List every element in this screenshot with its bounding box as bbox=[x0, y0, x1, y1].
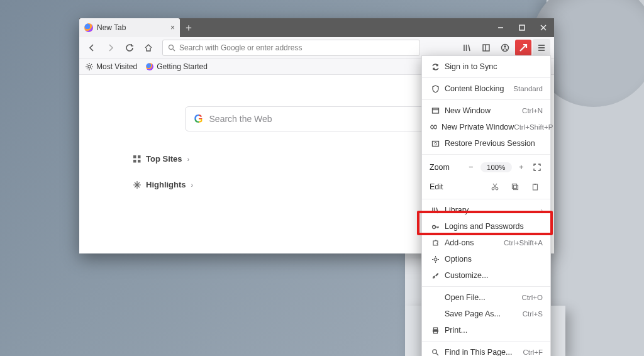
svg-rect-1 bbox=[519, 25, 525, 30]
menu-label: Save Page As... bbox=[445, 309, 523, 318]
window-icon bbox=[430, 107, 441, 115]
menu-restore-session[interactable]: Restore Previous Session bbox=[422, 135, 550, 152]
menu-shortcut: Ctrl+N bbox=[522, 107, 543, 114]
svg-point-56 bbox=[432, 349, 436, 353]
zoom-in-button[interactable]: + bbox=[516, 160, 528, 174]
library-icon bbox=[430, 206, 441, 214]
menu-label: Customize... bbox=[445, 271, 543, 280]
svg-rect-29 bbox=[432, 108, 438, 113]
svg-rect-41 bbox=[535, 184, 536, 185]
tab-newtab[interactable]: New Tab × bbox=[79, 18, 180, 37]
new-tab-button[interactable]: ＋ bbox=[180, 18, 197, 37]
svg-rect-54 bbox=[433, 328, 437, 330]
puzzle-icon bbox=[430, 239, 441, 247]
back-button[interactable] bbox=[83, 39, 101, 57]
menu-label: Find in This Page... bbox=[445, 348, 523, 356]
svg-line-23 bbox=[87, 69, 87, 69]
menu-new-window[interactable]: New Window Ctrl+N bbox=[422, 103, 550, 119]
window-controls bbox=[490, 18, 554, 37]
menu-library[interactable]: Library › bbox=[422, 202, 550, 218]
svg-rect-27 bbox=[133, 160, 136, 163]
cut-button[interactable] bbox=[487, 180, 502, 194]
svg-point-12 bbox=[504, 45, 506, 48]
library-toolbar-button[interactable] bbox=[458, 39, 476, 57]
menu-sign-in-sync[interactable]: Sign in to Sync bbox=[422, 58, 550, 75]
menu-logins[interactable]: Logins and Passwords bbox=[422, 218, 550, 235]
menu-options[interactable]: Options bbox=[422, 251, 550, 267]
gear-icon bbox=[430, 255, 441, 264]
svg-rect-9 bbox=[483, 45, 489, 51]
svg-point-4 bbox=[169, 45, 174, 49]
search-icon bbox=[168, 44, 175, 52]
svg-rect-25 bbox=[133, 155, 136, 159]
bookmark-label: Getting Started bbox=[157, 62, 208, 71]
menu-shortcut: Ctrl+Shift+P bbox=[514, 123, 553, 131]
bookmark-most-visited[interactable]: Most Visited bbox=[86, 62, 137, 71]
zoom-out-button[interactable]: − bbox=[465, 160, 477, 174]
tabstrip: New Tab × ＋ bbox=[79, 18, 554, 37]
menu-content-blocking[interactable]: Content Blocking Standard bbox=[422, 81, 550, 97]
google-icon: G bbox=[194, 113, 203, 126]
menu-find[interactable]: Find in This Page... Ctrl+F bbox=[422, 344, 550, 356]
menu-print[interactable]: Print... bbox=[422, 322, 550, 338]
app-menu-button[interactable] bbox=[533, 39, 550, 57]
menu-label: Restore Previous Session bbox=[445, 139, 543, 148]
paste-button[interactable] bbox=[528, 180, 543, 194]
menu-shortcut: Ctrl+Shift+A bbox=[504, 239, 543, 247]
chevron-right-icon: › bbox=[540, 206, 543, 214]
menu-edit-row: Edit bbox=[422, 177, 550, 196]
svg-line-44 bbox=[436, 208, 438, 213]
zoom-value: 100% bbox=[480, 162, 511, 172]
content-search-placeholder: Search the Web bbox=[209, 114, 272, 124]
menu-label: Print... bbox=[445, 326, 543, 335]
menu-shortcut: Ctrl+O bbox=[521, 294, 543, 301]
section-label: Top Sites bbox=[146, 154, 182, 164]
account-button[interactable] bbox=[496, 39, 514, 57]
firefox-icon bbox=[146, 63, 153, 70]
menu-label: Add-ons bbox=[445, 238, 504, 247]
zoom-label: Zoom bbox=[430, 163, 457, 172]
bookmark-getting-started[interactable]: Getting Started bbox=[146, 62, 208, 71]
svg-line-24 bbox=[91, 64, 92, 65]
svg-point-34 bbox=[492, 187, 494, 190]
menu-label: Open File... bbox=[445, 293, 521, 302]
key-icon bbox=[430, 223, 441, 231]
minimize-button[interactable] bbox=[490, 18, 511, 37]
menu-label: Logins and Passwords bbox=[445, 222, 543, 231]
forward-button[interactable] bbox=[102, 39, 119, 57]
svg-line-57 bbox=[436, 353, 438, 355]
menu-shortcut: Ctrl+S bbox=[523, 310, 543, 318]
menu-save-page[interactable]: Save Page As... Ctrl+S bbox=[422, 306, 550, 322]
maximize-button[interactable] bbox=[511, 18, 533, 37]
svg-line-8 bbox=[469, 45, 470, 51]
copy-button[interactable] bbox=[508, 180, 523, 194]
pocket-extension-button[interactable] bbox=[515, 40, 531, 56]
menu-label: New Window bbox=[445, 106, 522, 115]
svg-point-16 bbox=[88, 65, 91, 67]
url-placeholder: Search with Google or enter address bbox=[179, 43, 302, 52]
svg-rect-26 bbox=[138, 155, 141, 159]
svg-rect-33 bbox=[432, 141, 438, 146]
shield-icon bbox=[430, 85, 441, 93]
menu-customize[interactable]: Customize... bbox=[422, 267, 550, 284]
search-icon bbox=[430, 348, 441, 357]
fullscreen-button[interactable] bbox=[531, 160, 543, 174]
url-bar[interactable]: Search with Google or enter address bbox=[162, 40, 420, 56]
menu-label: Library bbox=[445, 206, 540, 214]
menu-value: Standard bbox=[513, 85, 543, 92]
svg-point-11 bbox=[502, 44, 509, 51]
menu-label: Sign in to Sync bbox=[445, 62, 543, 71]
sidebar-button[interactable] bbox=[477, 39, 495, 57]
tab-close-icon[interactable]: × bbox=[170, 23, 175, 32]
edit-label: Edit bbox=[430, 182, 456, 191]
svg-point-31 bbox=[431, 125, 433, 129]
close-window-button[interactable] bbox=[533, 18, 554, 37]
svg-line-22 bbox=[91, 69, 92, 69]
content-search-input[interactable]: G Search the Web bbox=[185, 106, 449, 131]
home-button[interactable] bbox=[140, 39, 157, 57]
menu-zoom-row: Zoom − 100% + bbox=[422, 157, 550, 177]
reload-button[interactable] bbox=[121, 39, 138, 57]
menu-addons[interactable]: Add-ons Ctrl+Shift+A bbox=[422, 235, 550, 251]
menu-open-file[interactable]: Open File... Ctrl+O bbox=[422, 289, 550, 306]
menu-new-private-window[interactable]: New Private Window Ctrl+Shift+P bbox=[422, 119, 550, 135]
